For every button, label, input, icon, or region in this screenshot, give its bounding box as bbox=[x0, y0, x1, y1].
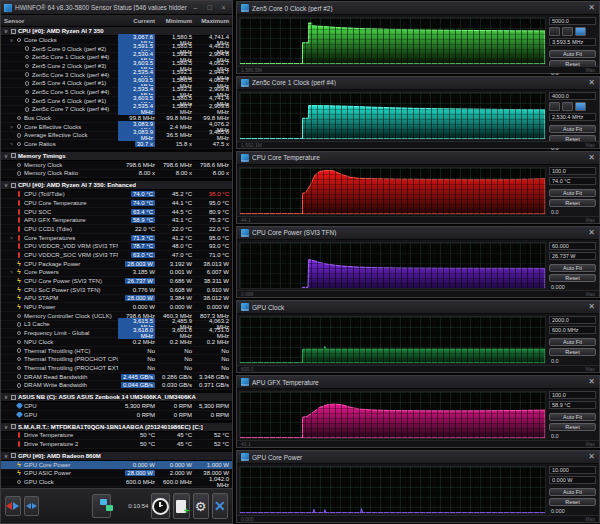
sensor-row[interactable]: CPU5,300 RPM0 RPM5,300 RPM bbox=[1, 402, 232, 411]
graph-style-button-2[interactable] bbox=[562, 102, 573, 111]
expand-arrow-icon[interactable]: > bbox=[9, 124, 14, 130]
graph-close-icon[interactable]: ✕ bbox=[588, 378, 595, 386]
window-titlebar[interactable]: HWiNFO® 64 v8.30-5800 Sensor Status [546… bbox=[1, 1, 232, 15]
sensor-row[interactable]: CPU Core Temperature74.0 °C44.1 °C95.0 °… bbox=[1, 199, 232, 208]
sensor-row[interactable]: GPU0 RPM0 RPM0 RPM bbox=[1, 411, 232, 420]
sensor-row[interactable]: ϟNPU Power0.000 W0.000 W0.000 W bbox=[1, 303, 232, 312]
collapse-chevron-icon[interactable]: ∨ bbox=[3, 182, 9, 188]
column-minimum[interactable]: Minimum bbox=[158, 18, 195, 24]
sensor-table: ∨CPU [#0]: AMD Ryzen AI 7 350∨Core Clock… bbox=[1, 27, 232, 488]
sensor-row[interactable]: ϟCPU Core Power (SVI3 TFN)26.737 W0.686 … bbox=[1, 277, 232, 286]
sensor-row[interactable]: GPU Clock600.0 MHz600.0 MHz1,042.0 MHz bbox=[1, 478, 232, 487]
reset-button[interactable]: Reset bbox=[549, 498, 596, 506]
auto-fit-button[interactable]: Auto Fit bbox=[549, 488, 596, 496]
auto-fit-button[interactable]: Auto Fit bbox=[549, 413, 596, 421]
column-current[interactable]: Current bbox=[118, 18, 158, 24]
minimize-button[interactable]: – bbox=[190, 2, 201, 13]
logging-button[interactable] bbox=[173, 493, 189, 519]
minimum-value: 99.8 MHz bbox=[158, 115, 195, 121]
graph-style-button-3[interactable] bbox=[575, 27, 586, 36]
auto-fit-button[interactable]: Auto Fit bbox=[549, 264, 596, 272]
expand-arrow-icon[interactable]: ∨ bbox=[9, 37, 14, 43]
graph-style-button-1[interactable] bbox=[549, 102, 560, 111]
graph-close-icon[interactable]: ✕ bbox=[588, 154, 595, 162]
sensor-row[interactable]: ϟAPU STAPM28.000 W3.384 W38.012 W bbox=[1, 295, 232, 304]
sensor-row[interactable]: CPU CCD1 (Tdie)22.0 °C22.0 °C22.0 °C bbox=[1, 225, 232, 234]
graph-close-icon[interactable]: ✕ bbox=[588, 4, 595, 12]
close-sensors-button[interactable]: ✕ bbox=[212, 493, 228, 519]
maximize-button[interactable]: □ bbox=[204, 2, 215, 13]
sensor-row[interactable]: CPU SOC63.4 °C44.5 °C80.9 °C bbox=[1, 208, 232, 217]
sensor-row[interactable]: Thermal Throttling (HTC)NoNoNo bbox=[1, 347, 232, 356]
collapse-chevron-icon[interactable]: ∨ bbox=[3, 394, 9, 400]
section-header[interactable]: ∨Memory Timings bbox=[1, 152, 232, 161]
sensor-row[interactable]: >ϟCore Powers3.185 W0.001 W6.007 W bbox=[1, 269, 232, 278]
graph-titlebar[interactable]: CPU Core Power (SVI3 TFN)✕ bbox=[237, 227, 599, 240]
sensor-row[interactable]: Thermal Throttling (PROCHOT EXT)NoNoNo bbox=[1, 364, 232, 373]
sensor-row[interactable]: Drive Temperature 250 °C45 °C52 °C bbox=[1, 440, 232, 449]
reset-minmax-button[interactable] bbox=[5, 496, 21, 516]
graph-titlebar[interactable]: Zen5 Core 0 Clock (perf #2)✕ bbox=[237, 2, 599, 15]
column-maximum[interactable]: Maximum bbox=[195, 18, 232, 24]
expand-arrow-icon[interactable]: > bbox=[9, 235, 14, 241]
sensor-row[interactable]: >Core Ratios30.7 x15.8 x47.5 x bbox=[1, 140, 232, 149]
sensor-row[interactable]: NPU Clock0.2 MHz0.2 MHz0.2 MHz bbox=[1, 338, 232, 347]
reset-button[interactable]: Reset bbox=[549, 423, 596, 431]
expand-arrow-icon[interactable]: > bbox=[9, 269, 14, 275]
close-button[interactable]: × bbox=[218, 2, 229, 13]
graph-close-icon[interactable]: ✕ bbox=[588, 79, 595, 87]
collapse-columns-button[interactable] bbox=[24, 496, 40, 516]
remote-sensors-button[interactable] bbox=[92, 494, 111, 518]
graph-titlebar[interactable]: GPU Core Power✕ bbox=[237, 451, 599, 464]
sensor-row[interactable]: >Core Temperatures71.3 °C41.2 °C95.0 °C bbox=[1, 234, 232, 243]
sensor-row[interactable]: DRAM Read Bandwidth2.445 GB/s0.286 GB/s3… bbox=[1, 373, 232, 382]
graph-close-icon[interactable]: ✕ bbox=[588, 303, 595, 311]
sensor-row[interactable]: CPU VDDCR_VDD VRM (SVI3 TFN)78.7 °C48.0 … bbox=[1, 242, 232, 251]
collapse-chevron-icon[interactable]: ∨ bbox=[3, 453, 9, 459]
graph-titlebar[interactable]: GPU Clock✕ bbox=[237, 301, 599, 314]
section-header[interactable]: ∨CPU [#0]: AMD Ryzen AI 7 350: Enhanced bbox=[1, 181, 232, 190]
sensor-row[interactable]: Drive Temperature50 °C45 °C52 °C bbox=[1, 432, 232, 441]
sensor-label-cell: >Core Ratios bbox=[1, 141, 118, 147]
maximum-value: 4,751.0 MHz bbox=[195, 327, 232, 339]
sensor-row[interactable]: Memory Clock798.6 MHz798.6 MHz798.6 MHz bbox=[1, 161, 232, 170]
collapse-chevron-icon[interactable]: ∨ bbox=[3, 153, 9, 159]
auto-fit-button[interactable]: Auto Fit bbox=[549, 189, 596, 197]
graph-titlebar[interactable]: CPU Core Temperature✕ bbox=[237, 152, 599, 165]
sensor-row[interactable]: Zen5c Core 7 Clock (perf #4)2,535.4 MHz1… bbox=[1, 106, 232, 115]
sensor-row[interactable]: Average Effective Clock3,083.9 MHz36.5 M… bbox=[1, 132, 232, 141]
auto-fit-button[interactable]: Auto Fit bbox=[549, 50, 596, 58]
auto-fit-button[interactable]: Auto Fit bbox=[549, 125, 596, 133]
clock-settings-button[interactable] bbox=[151, 493, 170, 519]
sensor-row[interactable]: CPU (Tctl/Tdie)74.0 °C45.2 °C95.0 °C bbox=[1, 190, 232, 199]
sensor-row[interactable]: DRAM Write Bandwidth0.044 GB/s0.030 GB/s… bbox=[1, 381, 232, 390]
collapse-chevron-icon[interactable]: ∨ bbox=[3, 28, 9, 34]
column-sensor[interactable]: Sensor bbox=[1, 18, 118, 24]
graph-style-button-1[interactable] bbox=[549, 27, 560, 36]
section-header[interactable]: ∨S.M.A.R.T.: MTFDKBA1T0QGN-1BN1AABGA (25… bbox=[1, 423, 232, 432]
sensor-row[interactable]: Frequency Limit - Global3,618.0 MHz3,601… bbox=[1, 329, 232, 338]
auto-fit-button[interactable]: Auto Fit bbox=[549, 338, 596, 346]
graph-close-icon[interactable]: ✕ bbox=[588, 229, 595, 237]
graph-titlebar[interactable]: APU GFX Temperature✕ bbox=[237, 376, 599, 389]
graph-style-button-3[interactable] bbox=[575, 102, 586, 111]
reset-button[interactable]: Reset bbox=[549, 199, 596, 207]
sensor-row[interactable]: Memory Clock Ratio8.00 x8.00 x8.00 x bbox=[1, 170, 232, 179]
section-header[interactable]: ∨GPU [#0]: AMD Radeon 860M bbox=[1, 452, 232, 461]
graph-close-icon[interactable]: ✕ bbox=[588, 453, 595, 461]
sensor-row[interactable]: ϟCPU Package Power28.003 W3.192 W38.013 … bbox=[1, 260, 232, 269]
graph-style-button-2[interactable] bbox=[562, 27, 573, 36]
reset-button[interactable]: Reset bbox=[549, 274, 596, 282]
settings-button[interactable]: ⚙ bbox=[193, 493, 209, 519]
sensor-label-cell: ϟNPU Power bbox=[1, 304, 118, 310]
sensor-row[interactable]: APU GFX Temperature58.9 °C43.1 °C75.3 °C bbox=[1, 216, 232, 225]
sensor-row[interactable]: ϟCPU SoC Power (SVI3 TFN)0.776 W0.608 W0… bbox=[1, 286, 232, 295]
reset-button[interactable]: Reset bbox=[549, 348, 596, 356]
sensor-row[interactable]: ϟGPU Core Power0.000 W0.000 W1.000 W bbox=[1, 461, 232, 470]
sensor-row[interactable]: CPU VDDCR_SOC VRM (SVI3 TFN)63.0 °C47.0 … bbox=[1, 251, 232, 260]
section-header[interactable]: ∨ASUS NB (C): ASUS ASUS Zenbook 14 UM340… bbox=[1, 393, 232, 402]
collapse-chevron-icon[interactable]: ∨ bbox=[3, 424, 9, 430]
graph-titlebar[interactable]: Zen5c Core 1 Clock (perf #4)✕ bbox=[237, 77, 599, 90]
expand-arrow-icon[interactable]: > bbox=[9, 141, 14, 147]
sensor-row[interactable]: Thermal Throttling (PROCHOT CPU)NoNoNo bbox=[1, 355, 232, 364]
